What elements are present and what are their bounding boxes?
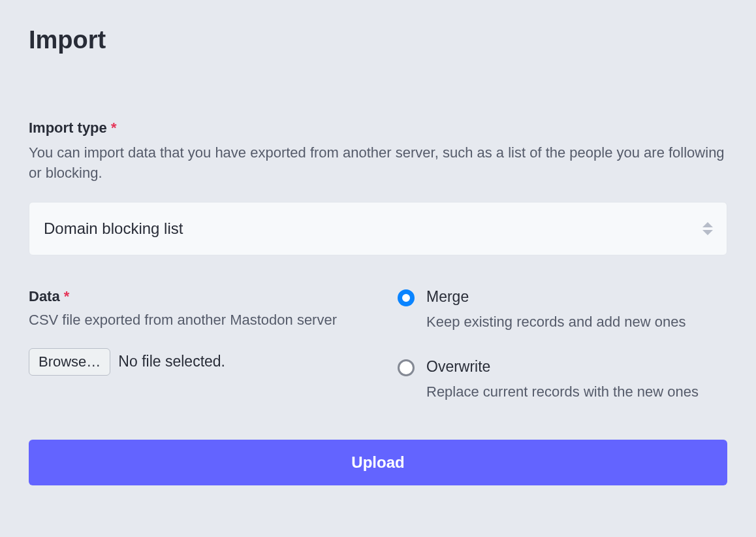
data-hint: CSV file exported from another Mastodon … (29, 312, 358, 329)
upload-button[interactable]: Upload (29, 440, 727, 485)
import-type-label-text: Import type (29, 120, 107, 136)
radio-description: Keep existing records and add new ones (426, 314, 685, 331)
import-type-label: Import type * (29, 120, 727, 137)
mode-radio-group: Merge Keep existing records and add new … (398, 288, 727, 400)
radio-description: Replace current records with the new one… (426, 383, 699, 400)
data-and-mode-row: Data * CSV file exported from another Ma… (29, 288, 727, 400)
import-type-section: Import type * You can import data that y… (29, 120, 727, 255)
mode-option-merge[interactable]: Merge Keep existing records and add new … (398, 288, 727, 331)
data-label-text: Data (29, 288, 60, 304)
radio-title[interactable]: Merge (426, 288, 685, 306)
data-section: Data * CSV file exported from another Ma… (29, 288, 358, 400)
radio-icon[interactable] (398, 289, 415, 306)
radio-icon[interactable] (398, 359, 415, 376)
select-arrows-icon (702, 221, 714, 236)
page-title: Import (29, 26, 727, 54)
import-type-hint: You can import data that you have export… (29, 143, 727, 184)
mode-option-overwrite[interactable]: Overwrite Replace current records with t… (398, 358, 727, 400)
import-type-select[interactable]: Domain blocking list (29, 202, 727, 255)
data-label: Data * (29, 288, 358, 305)
radio-text: Merge Keep existing records and add new … (426, 288, 685, 331)
import-type-selected-value: Domain blocking list (44, 220, 183, 238)
radio-title[interactable]: Overwrite (426, 358, 699, 376)
browse-button[interactable]: Browse… (29, 348, 110, 376)
file-input-row: Browse… No file selected. (29, 348, 358, 376)
file-status-text: No file selected. (118, 353, 225, 370)
required-indicator: * (64, 288, 70, 304)
required-indicator: * (111, 120, 117, 136)
mode-section: Merge Keep existing records and add new … (398, 288, 727, 400)
radio-text: Overwrite Replace current records with t… (426, 358, 699, 400)
